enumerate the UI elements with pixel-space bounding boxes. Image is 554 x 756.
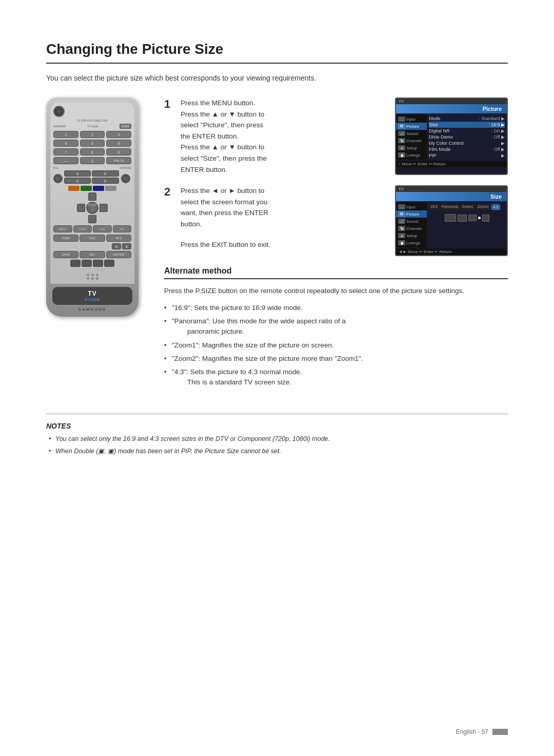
enter-label: ENTER [87, 203, 98, 206]
notes-title: NOTES [46, 422, 508, 430]
menu2-channel: 📡 Channel [396, 225, 427, 232]
psize-button[interactable]: P.SIZE [53, 235, 78, 242]
tv-text: TV [55, 290, 129, 297]
page-number-text: English - 57 [456, 728, 488, 735]
mts-button[interactable]: MTS [106, 235, 131, 242]
size-opt-panorama: Panorama [440, 204, 460, 210]
alternate-title: Alternate method [164, 266, 508, 279]
preview-rect-3 [468, 215, 477, 221]
menu-channel: 📡 Channel [396, 137, 427, 144]
btn-9[interactable]: 9 [106, 148, 131, 156]
menu2-sound: 🔊 Sound [396, 218, 427, 225]
menu1-row-dnr: Digital NR : On ▶ [429, 128, 505, 134]
fn-btn-1[interactable] [68, 186, 80, 191]
fn-btn-4[interactable] [105, 186, 116, 191]
mini-down[interactable]: ∨ [122, 243, 131, 249]
steps-container: 1 Press the MENU button. Press the ▲ or … [164, 98, 508, 398]
dpad-right[interactable] [100, 204, 108, 212]
ch-list[interactable]: CH LIST [73, 225, 92, 232]
fn-btn-3[interactable] [93, 186, 104, 191]
ch-up[interactable]: ∧ [92, 170, 118, 177]
mode-button[interactable]: MODE [120, 124, 131, 129]
rec-btn[interactable]: REC [80, 251, 105, 258]
step-2-content: Press the ◄ or ► button to select the sc… [181, 185, 390, 256]
btn-6[interactable]: 6 [106, 140, 131, 147]
caption-btn[interactable]: CAPTION [106, 251, 131, 258]
dpad-up[interactable] [88, 192, 96, 201]
d-net[interactable]: D-Net [93, 225, 112, 232]
vol-chpage-labels: VOLCH/PAGE [53, 166, 131, 169]
psize-row: P.SIZE STILL MTS [53, 235, 131, 242]
dots-row1 [53, 274, 131, 276]
still-button[interactable]: STILL [80, 235, 105, 242]
notes-list: You can select only the 16:9 and 4:3 scr… [46, 434, 508, 457]
vol-down[interactable]: ∨ [64, 178, 91, 184]
bullet-43: "4:3": Sets the picture to 4:3 normal mo… [164, 367, 508, 388]
menu-listings: 📋 Listings [396, 151, 427, 159]
menu2-setup: ⚙ Setup [396, 232, 427, 239]
enter-button[interactable]: ENTER [86, 202, 98, 214]
play-btn[interactable] [93, 260, 103, 267]
step-2-exit: Press the EXIT button to exit. [181, 239, 390, 250]
ch-down[interactable]: ∨ [92, 178, 118, 184]
alternate-method-section: Alternate method Press the P.SIZE button… [164, 266, 508, 387]
mini-updown: ∧ ∨ [53, 243, 131, 249]
menu2-body: 📺 Input 🖼 Picture 🔊 Sound [396, 201, 507, 248]
preview-rect-2 [458, 215, 467, 222]
fav-row: FAV/CH CH LIST D-Net PIP [53, 225, 131, 232]
step-1-content: Press the MENU button. Press the ▲ or ▼ … [181, 98, 390, 175]
menu1-content: Mode : Standard ▶ Size : 16:9 ▶ Digital … [427, 114, 507, 160]
menu1-body: 📺 Input 🖼 Picture 🔊 Sound [396, 113, 507, 161]
step-2-number: 2 [164, 186, 174, 256]
btn-8[interactable]: 8 [80, 148, 105, 156]
panorama-subline: panoramic picture. [172, 326, 508, 337]
menu-sound: 🔊 Sound [396, 130, 427, 137]
menu2-footer: ◄► Move ↵ Enter ↩ Return [396, 248, 507, 255]
btn-3[interactable]: 3 [106, 131, 131, 138]
drive-btn[interactable]: DRIVE [53, 251, 78, 258]
fn-btn-2[interactable] [81, 186, 92, 191]
size-opt-169: 16:9 [429, 204, 439, 210]
number-grid: 1 2 3 4 5 6 7 8 9 — 0 PRE-CH [53, 131, 131, 164]
menu1-row-size: Size : 16:9 ▶ [429, 122, 505, 128]
vol-up[interactable]: ∧ [64, 170, 91, 177]
btn-7[interactable]: 7 [53, 148, 78, 156]
fforward-btn[interactable] [104, 260, 114, 267]
function-buttons [53, 186, 131, 191]
btn-4[interactable]: 4 [53, 140, 78, 147]
rewind-btn[interactable] [70, 260, 81, 267]
step-2-container: 2 Press the ◄ or ► button to select the … [164, 185, 508, 256]
menu1-sidenav: 📺 Input 🖼 Picture 🔊 Sound [396, 114, 427, 160]
btn-1[interactable]: 1 [53, 131, 78, 138]
stop-btn[interactable] [82, 260, 92, 267]
dpad-left[interactable] [77, 204, 85, 212]
menu2-layout: 📺 Input 🖼 Picture 🔊 Sound [396, 202, 507, 247]
btn-0[interactable]: 0 [80, 157, 105, 164]
menu2-content: 16:9 Panorama Zoom1 Zoom2 4:3 [427, 202, 507, 247]
menu-input: 📺 Input [396, 115, 427, 123]
menu1-layout: 📺 Input 🖼 Picture 🔊 Sound [396, 114, 507, 160]
page-number-container: English - 57 [456, 728, 508, 735]
power-button[interactable] [53, 106, 65, 117]
menu1-header: Picture [396, 104, 507, 113]
page-number-bar [492, 729, 508, 735]
size-opt-zoom2: Zoom2 [476, 204, 490, 210]
step-1-text: Press the MENU button. Press the ▲ or ▼ … [181, 98, 390, 175]
fav-ch[interactable]: FAV/CH [53, 225, 72, 232]
preview-rect-4 [482, 215, 489, 222]
btn-prech[interactable]: PRE-CH [106, 157, 131, 164]
preview-dot [478, 217, 481, 219]
mute-button[interactable] [53, 174, 63, 183]
btn-5[interactable]: 5 [80, 140, 105, 147]
pip-btn[interactable]: PIP [113, 225, 132, 232]
alternate-description: Press the P.SIZE button on the remote co… [164, 285, 508, 297]
menu2-input: 📺 Input [396, 203, 427, 210]
btn-2[interactable]: 2 [80, 131, 105, 138]
dpad-down[interactable] [88, 215, 96, 223]
btn-dash[interactable]: — [53, 157, 78, 164]
bullet-169: "16:9": Sets the picture to 16:9 wide mo… [164, 303, 508, 313]
guide-text: GUIDE [55, 297, 129, 302]
source-button[interactable] [121, 174, 130, 183]
mini-up[interactable]: ∧ [112, 243, 121, 249]
preview-rect-1 [445, 214, 456, 222]
